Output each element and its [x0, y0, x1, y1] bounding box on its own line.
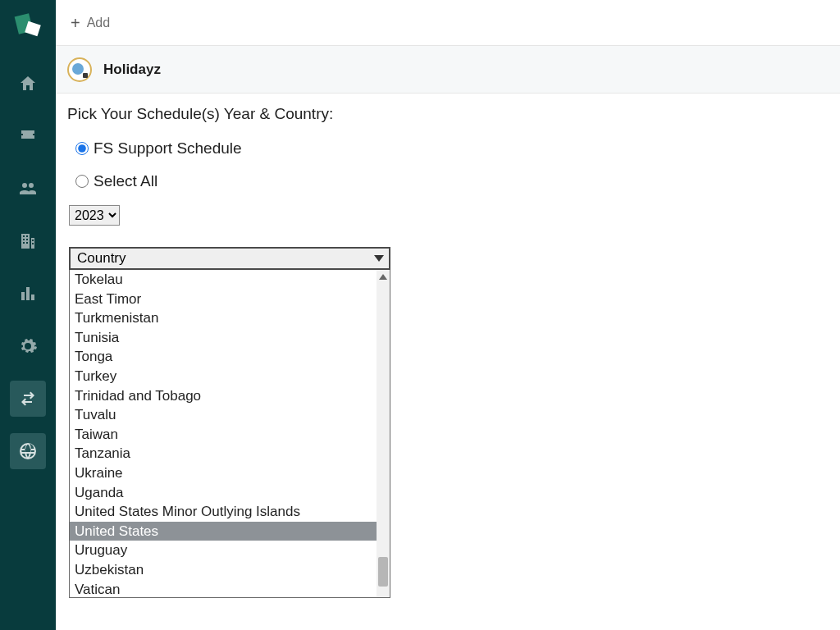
country-option[interactable]: United States Minor Outlying Islands	[70, 502, 390, 522]
building-icon	[18, 231, 38, 251]
app-sidebar	[0, 0, 56, 630]
brand-logo	[15, 11, 41, 38]
year-select[interactable]: 2023	[69, 205, 120, 226]
app-header: Holidayz	[56, 46, 840, 94]
country-option[interactable]: East Timor	[70, 290, 390, 309]
radio-select-all[interactable]	[75, 175, 89, 188]
main-area: + Add Holidayz Pick Your Schedule(s) Yea…	[56, 0, 840, 630]
country-option[interactable]: Turkey	[70, 367, 390, 386]
nav-home[interactable]	[10, 66, 46, 102]
nav-settings[interactable]	[10, 328, 46, 364]
country-option[interactable]: Vatican	[70, 580, 390, 599]
nav-people[interactable]	[10, 171, 46, 207]
country-option[interactable]: Tunisia	[70, 328, 390, 348]
content: Pick Your Schedule(s) Year & Country: FS…	[56, 94, 840, 598]
scroll-up-icon[interactable]	[377, 270, 390, 283]
schedule-prompt: Pick Your Schedule(s) Year & Country:	[67, 105, 829, 123]
country-option[interactable]: Uzbekistan	[70, 560, 390, 580]
nav-reports[interactable]	[10, 276, 46, 312]
gear-icon	[18, 336, 38, 356]
bar-chart-icon	[18, 284, 38, 304]
scrollbar[interactable]	[377, 270, 390, 597]
scroll-thumb[interactable]	[378, 557, 388, 587]
add-button[interactable]: + Add	[71, 15, 110, 31]
country-option[interactable]: Ukraine	[70, 463, 390, 483]
country-option[interactable]: Turkmenistan	[70, 308, 390, 328]
country-option[interactable]: Tanzania	[70, 444, 390, 463]
nav-app-globe[interactable]	[10, 433, 46, 469]
nav-org[interactable]	[10, 223, 46, 259]
country-option[interactable]: United States	[70, 522, 390, 541]
chevron-down-icon	[374, 255, 384, 262]
country-list: TokelauEast TimorTurkmenistanTunisiaTong…	[69, 270, 390, 598]
top-bar: + Add	[56, 0, 840, 46]
country-placeholder: Country	[77, 250, 126, 267]
add-label: Add	[87, 16, 110, 30]
country-option[interactable]: Uruguay	[70, 541, 390, 560]
country-option[interactable]: Tokelau	[70, 270, 390, 290]
radio-select-all-row[interactable]: Select All	[75, 172, 829, 190]
country-option[interactable]: Tuvalu	[70, 405, 390, 425]
globe-icon	[18, 441, 38, 461]
swap-icon	[18, 389, 38, 409]
ticket-icon	[18, 126, 38, 146]
country-option[interactable]: Trinidad and Tobago	[70, 386, 390, 406]
plus-icon: +	[71, 15, 80, 31]
year-select-wrap: 2023	[69, 205, 829, 226]
nav-tickets[interactable]	[10, 118, 46, 154]
radio-fs-schedule-row[interactable]: FS Support Schedule	[75, 139, 829, 158]
home-icon	[18, 74, 38, 94]
radio-fs-schedule[interactable]	[75, 142, 89, 155]
country-option[interactable]: Tonga	[70, 347, 390, 367]
country-option[interactable]: Uganda	[70, 483, 390, 503]
country-dropdown: Country TokelauEast TimorTurkmenistanTun…	[69, 247, 390, 598]
holidayz-icon	[67, 57, 92, 82]
country-select-head[interactable]: Country	[69, 247, 390, 270]
people-icon	[18, 179, 38, 199]
radio-fs-schedule-label: FS Support Schedule	[94, 139, 242, 158]
country-option[interactable]: Taiwan	[70, 425, 390, 445]
nav-app-holidayz[interactable]	[10, 381, 46, 417]
radio-select-all-label: Select All	[94, 172, 158, 190]
app-title: Holidayz	[103, 62, 161, 78]
